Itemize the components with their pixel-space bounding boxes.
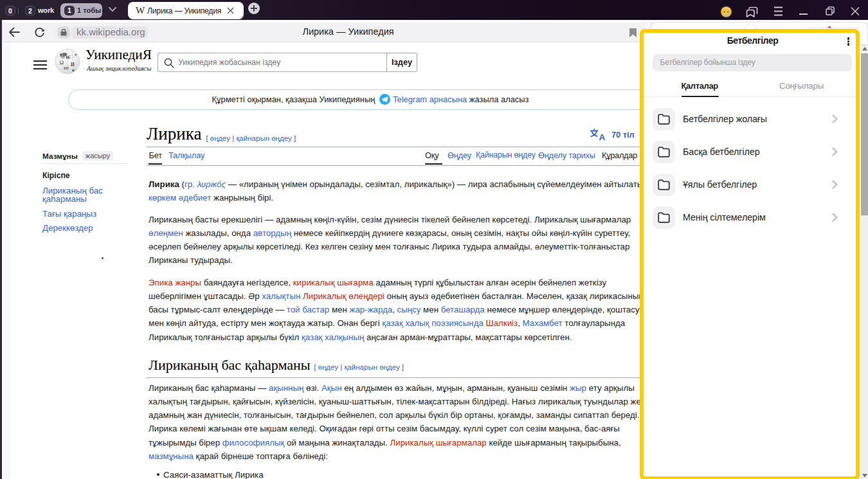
- svg-text:И: И: [71, 62, 75, 68]
- svg-text:Ш: Ш: [64, 66, 69, 71]
- svg-text:Ω: Ω: [60, 59, 64, 66]
- svg-text:W: W: [66, 55, 71, 60]
- svg-text:A: A: [599, 132, 606, 141]
